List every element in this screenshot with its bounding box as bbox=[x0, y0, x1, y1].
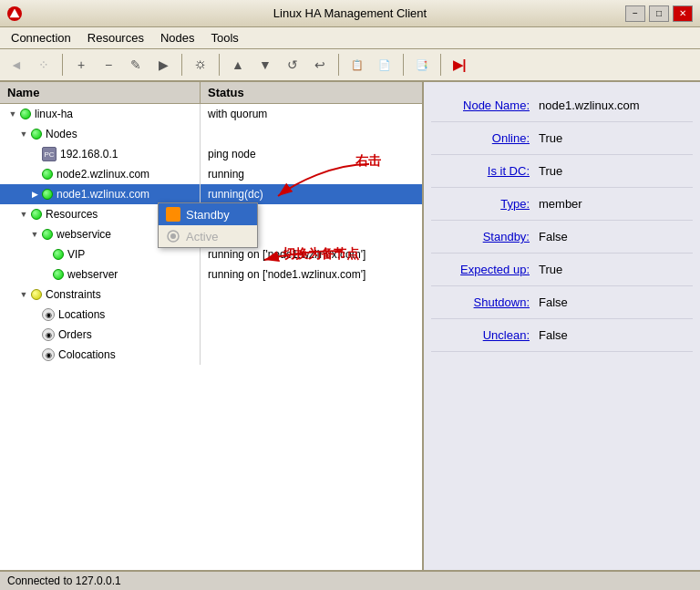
tree-row-orders[interactable]: ◉ Orders bbox=[0, 325, 422, 345]
tree-row-colocations[interactable]: ◉ Colocations bbox=[0, 345, 422, 365]
toolbar-up[interactable]: ▲ bbox=[225, 52, 251, 78]
arrow-webserver bbox=[40, 269, 51, 280]
icon-colocations: ◉ bbox=[42, 348, 55, 361]
arrow-constraints[interactable] bbox=[18, 289, 29, 300]
icon-node1 bbox=[42, 189, 53, 200]
icon-constraints bbox=[31, 289, 42, 300]
prop-value-expectedup: True bbox=[539, 263, 562, 276]
arrow-nodes[interactable] bbox=[18, 129, 29, 140]
row-name-node1: node1.wzlinux.com bbox=[0, 184, 201, 204]
active-icon bbox=[166, 229, 180, 243]
menu-resources[interactable]: Resources bbox=[80, 29, 151, 47]
tree-row-linux-ha[interactable]: linux-ha with quorum bbox=[0, 104, 422, 124]
prop-value-online: True bbox=[539, 131, 562, 145]
ctx-menu-active[interactable]: Active bbox=[159, 225, 257, 247]
active-label: Active bbox=[186, 230, 218, 243]
window-title: Linux HA Management Client bbox=[273, 6, 427, 20]
prop-label-type[interactable]: Type: bbox=[438, 197, 539, 211]
icon-webservice bbox=[42, 229, 53, 240]
prop-label-standby[interactable]: Standby: bbox=[438, 230, 539, 243]
tree-row-nodes[interactable]: Nodes bbox=[0, 124, 422, 144]
prop-value-unclean: False bbox=[539, 328, 568, 342]
icon-192: PC bbox=[42, 147, 57, 161]
toolbar-sep-3 bbox=[219, 54, 220, 76]
arrow-vip bbox=[40, 249, 51, 260]
svg-point-2 bbox=[170, 233, 176, 239]
toolbar: ◄ ⁘ + − ✎ ▶ ⛭ ▲ ▼ ↺ ↩ 📋 📄 📑 ▶| bbox=[0, 49, 700, 82]
arrow-svg-switch bbox=[255, 233, 346, 269]
tree-row-constraints[interactable]: Constraints bbox=[0, 285, 422, 305]
status-webserver: running on ['node1.wzlinux.com'] bbox=[201, 268, 422, 281]
row-name-colocations: ◉ Colocations bbox=[0, 345, 201, 365]
arrow-svg-rightclick bbox=[269, 155, 378, 210]
prop-value-nodename: node1.wzlinux.com bbox=[539, 98, 640, 112]
arrow-resources[interactable] bbox=[18, 209, 29, 220]
row-name-constraints: Constraints bbox=[0, 285, 201, 305]
prop-label-nodename[interactable]: Node Name: bbox=[438, 98, 539, 112]
prop-row-isdc: Is it DC: True bbox=[431, 155, 693, 188]
arrow-colocations bbox=[29, 349, 40, 360]
minimize-button[interactable]: − bbox=[625, 5, 645, 22]
arrow-node1[interactable] bbox=[29, 189, 40, 200]
toolbar-nav[interactable]: ⁘ bbox=[31, 52, 57, 78]
icon-vip bbox=[53, 249, 64, 260]
prop-value-shutdown: False bbox=[539, 295, 568, 309]
row-name-webserver: webserver bbox=[0, 264, 201, 285]
tree-row-webserver[interactable]: webserver running on ['node1.wzlinux.com… bbox=[0, 264, 422, 285]
tree-header: Name Status bbox=[0, 82, 422, 104]
ctx-menu-standby[interactable]: Standby bbox=[159, 203, 257, 225]
arrow-node2 bbox=[29, 169, 40, 180]
title-bar-left bbox=[7, 6, 22, 21]
tree-row-locations[interactable]: ◉ Locations bbox=[0, 305, 422, 325]
header-name: Name bbox=[0, 82, 201, 103]
toolbar-sep-1 bbox=[62, 54, 63, 76]
toolbar-sep-2 bbox=[181, 54, 182, 76]
icon-resources bbox=[31, 209, 42, 220]
toolbar-remove[interactable]: − bbox=[96, 52, 121, 78]
icon-orders: ◉ bbox=[42, 328, 55, 341]
arrow-linux-ha[interactable] bbox=[7, 109, 18, 119]
arrow-webservice[interactable] bbox=[29, 229, 40, 240]
arrow-orders bbox=[29, 329, 40, 340]
prop-label-online[interactable]: Online: bbox=[438, 131, 539, 145]
icon-webserver bbox=[53, 269, 64, 280]
standby-icon bbox=[166, 207, 180, 222]
icon-nodes bbox=[31, 129, 42, 140]
close-button[interactable]: ✕ bbox=[673, 5, 693, 22]
toolbar-edit[interactable]: ✎ bbox=[123, 52, 149, 78]
prop-value-isdc: True bbox=[539, 164, 562, 178]
prop-label-isdc[interactable]: Is it DC: bbox=[438, 164, 539, 178]
status-linux-ha: with quorum bbox=[201, 108, 422, 120]
toolbar-copy[interactable]: 📑 bbox=[409, 52, 435, 78]
prop-row-standby: Standby: False bbox=[431, 221, 693, 254]
toolbar-run[interactable]: ▶ bbox=[150, 52, 176, 78]
toolbar-sep-4 bbox=[338, 54, 339, 76]
row-name-node2: node2.wzlinux.com bbox=[0, 164, 201, 184]
prop-label-shutdown[interactable]: Shutdown: bbox=[438, 295, 539, 309]
toolbar-node-b[interactable]: 📄 bbox=[372, 52, 397, 78]
icon-linux-ha bbox=[20, 109, 31, 119]
menu-nodes[interactable]: Nodes bbox=[153, 29, 202, 47]
toolbar-add[interactable]: + bbox=[68, 52, 94, 78]
prop-row-unclean: Unclean: False bbox=[431, 319, 693, 352]
toolbar-sep-5 bbox=[403, 54, 404, 76]
toolbar-refresh[interactable]: ↺ bbox=[280, 52, 305, 78]
toolbar-config[interactable]: ⛭ bbox=[188, 52, 213, 78]
toolbar-back[interactable]: ◄ bbox=[4, 52, 29, 78]
row-name-linux-ha: linux-ha bbox=[0, 104, 201, 124]
toolbar-node-a[interactable]: 📋 bbox=[345, 52, 370, 78]
header-status: Status bbox=[201, 82, 252, 103]
prop-label-unclean[interactable]: Unclean: bbox=[438, 328, 539, 342]
toolbar-undo[interactable]: ↩ bbox=[307, 52, 333, 78]
status-text: Connected to 127.0.0.1 bbox=[7, 574, 121, 587]
prop-label-expectedup[interactable]: Expected up: bbox=[438, 263, 539, 276]
toolbar-exit[interactable]: ▶| bbox=[447, 52, 472, 78]
prop-value-type: member bbox=[539, 197, 582, 211]
menu-tools[interactable]: Tools bbox=[204, 29, 246, 47]
prop-row-shutdown: Shutdown: False bbox=[431, 286, 693, 319]
title-bar: Linux HA Management Client − □ ✕ bbox=[0, 0, 700, 27]
menu-connection[interactable]: Connection bbox=[4, 29, 78, 47]
status-bar: Connected to 127.0.0.1 bbox=[0, 570, 700, 590]
maximize-button[interactable]: □ bbox=[649, 5, 669, 22]
toolbar-down[interactable]: ▼ bbox=[252, 52, 278, 78]
